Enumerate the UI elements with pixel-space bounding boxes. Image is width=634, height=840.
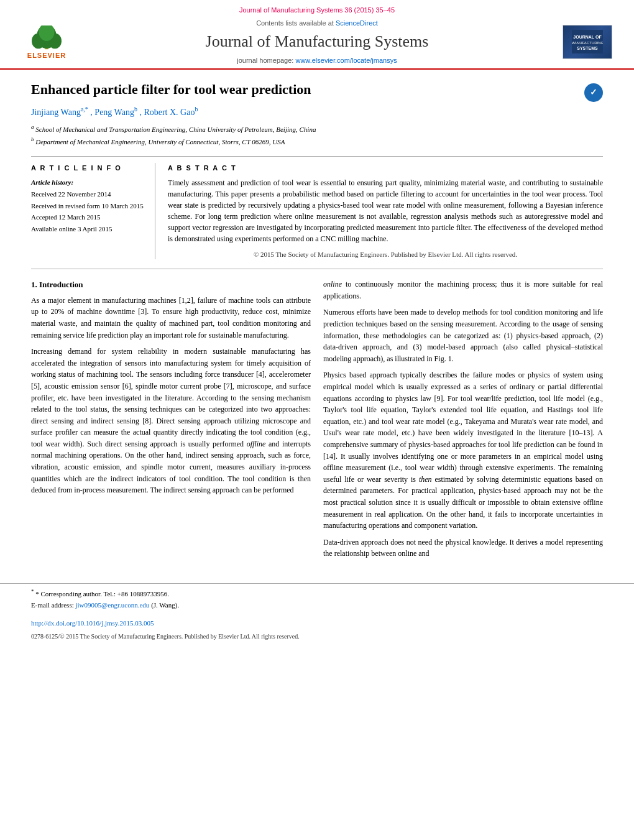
article-content: Enhanced particle filter for tool wear p…: [0, 70, 634, 577]
right-para3: Physics based approach typically describ…: [323, 369, 603, 531]
body-col-right: online to continuously monitor the machi…: [323, 279, 603, 565]
right-para4: Data-driven approach does not need the p…: [323, 537, 603, 560]
right-para2: Numerous efforts have been made to devel…: [323, 307, 603, 364]
page-footer: * * Corresponding author. Tel.: +86 1088…: [0, 583, 634, 616]
body-two-col: 1. Introduction As a major element in ma…: [31, 279, 603, 565]
svg-text:SYSTEMS: SYSTEMS: [577, 46, 598, 50]
affil-a: a School of Mechanical and Transportatio…: [31, 122, 603, 135]
footnote-star-line: * * Corresponding author. Tel.: +86 1088…: [31, 588, 603, 599]
info-abstract-section: A R T I C L E I N F O Article history: R…: [31, 156, 603, 259]
footer-doi: http://dx.doi.org/10.1016/j.jmsy.2015.03…: [0, 616, 634, 631]
crossmark-icon[interactable]: ✓: [584, 83, 603, 102]
elsevier-label: ELSEVIER: [27, 50, 66, 61]
journal-logo-right: JOURNAL OF MANUFACTURING SYSTEMS: [559, 23, 615, 60]
available-date: Available online 3 April 2015: [31, 224, 145, 234]
footnote-star-marker: *: [31, 588, 34, 594]
history-title: Article history:: [31, 177, 145, 188]
copyright-line: © 2015 The Society of Manufacturing Engi…: [168, 249, 603, 260]
doi-link[interactable]: http://dx.doi.org/10.1016/j.jmsy.2015.03…: [31, 619, 154, 627]
journal-title-center: Contents lists available at ScienceDirec…: [75, 18, 559, 66]
elsevier-tree-icon: [25, 25, 68, 50]
journal-ref-top: Journal of Manufacturing Systems 36 (201…: [0, 5, 634, 16]
journal-homepage: journal homepage: www.elsevier.com/locat…: [75, 55, 559, 66]
received-date: Received 22 November 2014: [31, 189, 145, 200]
journal-main-title: Journal of Manufacturing Systems: [75, 29, 559, 53]
author2-link[interactable]: , Peng Wangb: [90, 108, 139, 117]
section-divider: [31, 269, 603, 269]
page-wrapper: Journal of Manufacturing Systems 36 (201…: [0, 0, 634, 840]
body-col-left: 1. Introduction As a major element in ma…: [31, 279, 311, 565]
header-inner: ELSEVIER Contents lists available at Sci…: [0, 18, 634, 66]
intro-para1: As a major element in manufacturing mach…: [31, 295, 311, 341]
affil-b-marker: b: [31, 136, 34, 142]
author3-link[interactable]: , Robert X. Gaob: [139, 108, 198, 117]
article-history: Article history: Received 22 November 20…: [31, 177, 145, 234]
science-direct-link[interactable]: ScienceDirect: [336, 19, 378, 27]
svg-text:JOURNAL OF: JOURNAL OF: [573, 35, 602, 39]
article-info-col: A R T I C L E I N F O Article history: R…: [31, 163, 155, 259]
homepage-link[interactable]: www.elsevier.com/locate/jmansys: [295, 57, 397, 64]
jms-logo-icon: JOURNAL OF MANUFACTURING SYSTEMS: [572, 30, 603, 53]
accepted-date: Accepted 12 March 2015: [31, 212, 145, 223]
elsevier-logo: ELSEVIER: [19, 23, 75, 60]
abstract-heading: A B S T R A C T: [168, 163, 603, 173]
affil-a-marker: a: [31, 124, 34, 130]
article-info-heading: A R T I C L E I N F O: [31, 163, 145, 173]
affil-b: b Department of Mechanical Engineering, …: [31, 135, 603, 147]
revised-date: Received in revised form 10 March 2015: [31, 201, 145, 211]
footer-issn: 0278-6125/© 2015 The Society of Manufact…: [0, 630, 634, 642]
article-title: Enhanced particle filter for tool wear p…: [31, 81, 311, 99]
journal-header: Journal of Manufacturing Systems 36 (201…: [0, 0, 634, 70]
right-para1: online to continuously monitor the machi…: [323, 279, 603, 302]
affiliations: a School of Mechanical and Transportatio…: [31, 122, 603, 148]
footnote-email-line: E-mail address: jiw09005@engr.uconn.edu …: [31, 600, 603, 611]
footnote-email-link[interactable]: jiw09005@engr.uconn.edu: [75, 601, 149, 609]
authors: Jinjiang Wanga,* , Peng Wangb , Robert X…: [31, 104, 603, 119]
section1-title: 1. Introduction: [31, 279, 311, 291]
svg-text:MANUFACTURING: MANUFACTURING: [572, 41, 603, 45]
abstract-text: Timely assessment and prediction of tool…: [168, 177, 603, 244]
contents-line: Contents lists available at ScienceDirec…: [75, 18, 559, 29]
intro-para2: Increasing demand for system reliability…: [31, 346, 311, 496]
title-row: Enhanced particle filter for tool wear p…: [31, 81, 603, 105]
abstract-col: A B S T R A C T Timely assessment and pr…: [168, 163, 603, 259]
jms-logo-box: JOURNAL OF MANUFACTURING SYSTEMS: [563, 25, 612, 59]
author1-link[interactable]: Jinjiang Wanga,*: [31, 108, 90, 117]
